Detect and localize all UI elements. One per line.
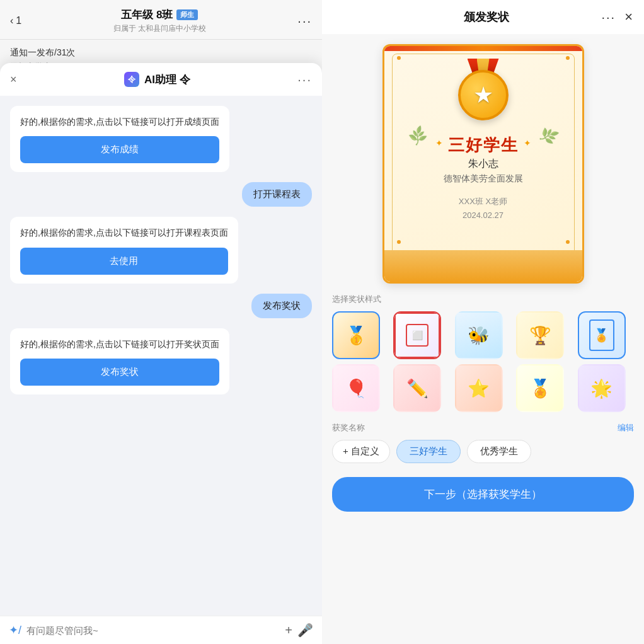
school-subtitle: 归属于 太和县闫庙中小学校 [21,23,297,34]
style-thumb-9: 🏅 [517,365,563,411]
award-name-edit-button[interactable]: 编辑 [618,422,634,434]
user-message-2: 发布奖状 [251,294,312,318]
style-section-label: 选择奖状样式 [332,294,634,305]
custom-chip-button[interactable]: + 自定义 [332,440,390,463]
style-grid-row2: 🎈 ✏️ ⭐ 🏅 🌟 [332,364,634,412]
teacher-badge: 师生 [176,9,198,20]
bot-text-3: 好的,根据你的需求,点击以下链接可以打开奖状页面 [20,337,219,351]
right-header-actions: ··· × [601,9,633,25]
cert-award-title: 三好学生 [448,134,519,156]
cert-bottom-bar [384,250,582,282]
style-thumb-1: 🥇 [333,313,379,358]
input-bar: ✦/ + 🎤 [0,616,322,644]
notice-label: 通知一发布/31次 [10,47,75,59]
sparkle-icon: ✦/ [9,623,21,637]
cert-student-name: 朱小志 [468,158,498,171]
right-header: 颁发奖状 ··· × [322,0,644,34]
next-step-button[interactable]: 下一步（选择获奖学生） [332,477,634,512]
cert-dot-1 [397,56,401,60]
style-item-8[interactable]: ⭐ [455,364,503,412]
cert-dot-2 [566,56,570,60]
cert-class-teacher: XXX班 X老师 [459,195,507,209]
style-item-5[interactable]: 🏅 [578,311,626,359]
cert-description: 德智体美劳全面发展 [444,173,523,185]
deco-star-left: ✦ [435,138,443,148]
cert-dot-4 [566,240,570,244]
ai-title-text: AI助理 令 [144,72,190,87]
next-button-wrapper: 下一步（选择获奖学生） [322,469,644,524]
top-bar: ‹ 1 五年级 8班 师生 归属于 太和县闫庙中小学校 ··· [0,0,322,40]
ai-panel: × 令 AI助理 令 ··· 好的,根据你的需求,点击以下链接可以打开成绩页面 … [0,63,322,644]
publish-award-button[interactable]: 发布奖状 [20,359,219,386]
bot-text-2: 好的,根据你的需求,点击以下链接可以打开课程表页面 [20,226,228,239]
style-item-10[interactable]: 🌟 [578,364,626,412]
award-name-header: 获奖名称 编辑 [332,422,634,434]
award-name-section: 获奖名称 编辑 + 自定义 三好学生 优秀学生 [322,417,644,469]
right-close-button[interactable]: × [624,9,633,25]
style-thumb-5: 🏅 [579,313,624,358]
ai-header: × 令 AI助理 令 ··· [0,63,322,96]
style-thumb-8: ⭐ [456,365,502,411]
right-panel: 颁发奖状 ··· × ★ 🌿 🌿 [322,0,644,644]
plus-button[interactable]: + [285,623,292,638]
top-bar-left: ‹ 1 [10,15,21,26]
style-item-4[interactable]: 🏆 [516,311,564,359]
award-name-chips: + 自定义 三好学生 优秀学生 [332,440,634,463]
style-thumb-10: 🌟 [579,365,624,411]
mic-button[interactable]: 🎤 [297,623,313,638]
bot-text-1: 好的,根据你的需求,点击以下链接可以打开成绩页面 [20,115,219,129]
style-section: 选择奖状样式 🥇 ⬜ 🐝 🏆 🏅 [322,294,644,417]
style-thumb-7: ✏️ [394,365,440,411]
ai-title: 令 AI助理 令 [124,72,190,87]
more-options-button[interactable]: ··· [297,14,312,28]
medal-circle: ★ [458,70,509,120]
sanhao-chip-button[interactable]: 三好学生 [396,440,461,463]
left-panel: ‹ 1 五年级 8班 师生 归属于 太和县闫庙中小学校 ··· 通知一发布/31… [0,0,322,644]
cert-info: XXX班 X老师 2024.02.27 [459,195,507,222]
award-name-label: 获奖名称 [332,422,365,434]
style-item-1[interactable]: 🥇 [332,311,380,359]
wheat-right-icon: 🌿 [537,125,560,147]
wheat-left-icon: 🌿 [406,125,429,147]
certificate-preview-wrapper: ★ 🌿 🌿 ✦ 三好学生 ✦ 朱小志 德智体美劳全面发展 XXX班 X老师 20… [322,34,644,294]
right-panel-title: 颁发奖状 [464,9,509,25]
bot-message-2: 好的,根据你的需求,点击以下链接可以打开课程表页面 去使用 [10,217,238,283]
cert-date: 2024.02.27 [459,209,507,222]
cert-top-bar [384,46,582,51]
style-item-2[interactable]: ⬜ [393,311,441,359]
user-message-1: 打开课程表 [242,182,312,207]
use-schedule-button[interactable]: 去使用 [20,248,228,275]
style-item-6[interactable]: 🎈 [332,364,380,412]
style-item-9[interactable]: 🏅 [516,364,564,412]
youxiu-chip-button[interactable]: 优秀学生 [467,440,531,463]
notice-row: 通知一发布/31次 [10,47,312,59]
bot-message-1: 好的,根据你的需求,点击以下链接可以打开成绩页面 发布成绩 [10,106,229,172]
back-button[interactable]: ‹ 1 [10,15,21,26]
ai-icon: 令 [124,72,139,87]
bot-message-3: 好的,根据你的需求,点击以下链接可以打开奖状页面 发布奖状 [10,328,229,394]
top-bar-center: 五年级 8班 师生 归属于 太和县闫庙中小学校 [21,8,297,34]
medal-star-icon: ★ [473,82,493,108]
ai-close-button[interactable]: × [10,73,17,86]
style-thumb-3: 🐝 [456,313,502,358]
publish-grades-button[interactable]: 发布成绩 [20,136,219,163]
class-name: 五年级 8班 [121,8,173,22]
deco-star-right: ✦ [524,138,531,148]
certificate-preview: ★ 🌿 🌿 ✦ 三好学生 ✦ 朱小志 德智体美劳全面发展 XXX班 X老师 20… [382,44,584,284]
style-grid-row1: 🥇 ⬜ 🐝 🏆 🏅 [332,311,634,359]
style-thumb-4: 🏆 [517,313,563,358]
ai-more-button[interactable]: ··· [297,72,312,87]
cert-dot-3 [397,240,401,244]
style-item-7[interactable]: ✏️ [393,364,441,412]
style-thumb-6: 🎈 [333,365,379,411]
back-chevron-icon: ‹ [10,15,13,26]
class-title: 五年级 8班 师生 [21,8,297,22]
chat-input[interactable] [26,625,280,636]
style-item-3[interactable]: 🐝 [455,311,503,359]
back-label: 1 [16,15,21,26]
right-more-button[interactable]: ··· [601,10,616,25]
style-thumb-2: ⬜ [394,313,440,358]
medal: ★ [458,59,509,120]
chat-area[interactable]: 好的,根据你的需求,点击以下链接可以打开成绩页面 发布成绩 打开课程表 好的,根… [0,96,322,616]
